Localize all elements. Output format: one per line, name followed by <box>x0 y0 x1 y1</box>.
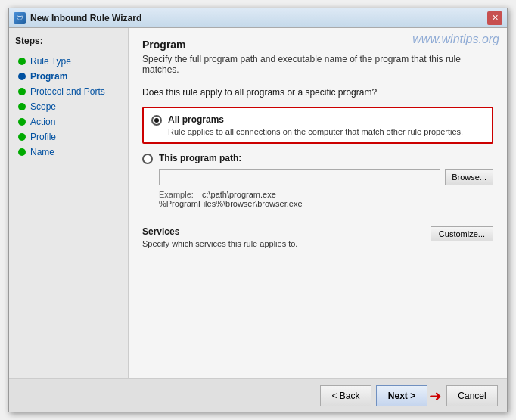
program-path-input[interactable] <box>159 169 440 185</box>
sidebar-item-program[interactable]: Program <box>15 69 122 84</box>
sidebar-label-profile: Profile <box>30 132 56 142</box>
example-label: Example: <box>159 190 194 199</box>
page-description: Specify the full program path and execut… <box>142 54 493 75</box>
customize-button[interactable]: Customize... <box>431 226 493 241</box>
sidebar-label-program: Program <box>30 71 67 82</box>
sidebar-label-name: Name <box>30 147 54 157</box>
sidebar-item-action[interactable]: Action <box>15 114 122 129</box>
all-programs-description: Rule applies to all connections on the c… <box>151 127 484 136</box>
this-program-radio[interactable] <box>142 154 153 164</box>
sidebar-label-scope: Scope <box>30 101 56 112</box>
sidebar-item-rule-type[interactable]: Rule Type <box>15 54 122 69</box>
sidebar-item-scope[interactable]: Scope <box>15 99 122 114</box>
services-text: Services Specify which services this rul… <box>142 226 297 248</box>
services-section: Services Specify which services this rul… <box>142 226 493 248</box>
all-programs-label: All programs <box>168 114 224 125</box>
step-dot-name <box>18 148 26 156</box>
main-question: Does this rule apply to all programs or … <box>142 87 493 98</box>
sidebar-label-protocol-ports: Protocol and Ports <box>30 86 105 97</box>
back-button[interactable]: < Back <box>320 385 371 406</box>
page-title: Program <box>142 39 493 51</box>
all-programs-radio[interactable] <box>151 115 162 126</box>
all-programs-content: All programs <box>168 114 224 125</box>
all-programs-option-box[interactable]: All programs Rule applies to all connect… <box>142 107 493 144</box>
content-area: Steps: Rule Type Program Protocol and Po… <box>9 28 507 378</box>
sidebar-item-name[interactable]: Name <box>15 145 122 160</box>
steps-label: Steps: <box>15 36 122 46</box>
step-dot-rule-type <box>18 58 26 65</box>
sidebar-label-action: Action <box>30 117 55 127</box>
close-button[interactable]: ✕ <box>487 11 502 25</box>
this-program-label: This program path: <box>159 153 241 163</box>
this-program-option[interactable]: This program path: <box>142 153 493 164</box>
sidebar-item-profile[interactable]: Profile <box>15 129 122 145</box>
arrow-indicator: ➜ <box>429 387 442 405</box>
example-text: Example: c:\path\program.exe%ProgramFile… <box>142 190 493 208</box>
step-dot-profile <box>18 133 26 141</box>
window-icon: 🛡 <box>14 12 26 24</box>
next-button[interactable]: Next > <box>376 385 427 406</box>
step-dot-protocol-ports <box>18 88 26 95</box>
services-title: Services <box>142 226 297 237</box>
window-title: New Inbound Rule Wizard <box>30 13 141 23</box>
wizard-window: 🛡 New Inbound Rule Wizard ✕ www.wintips.… <box>8 8 508 412</box>
sidebar: Steps: Rule Type Program Protocol and Po… <box>9 28 129 378</box>
cancel-button[interactable]: Cancel <box>446 385 498 406</box>
title-bar: 🛡 New Inbound Rule Wizard ✕ <box>9 8 507 28</box>
step-dot-program <box>18 73 26 80</box>
step-dot-scope <box>18 103 26 110</box>
browse-button[interactable]: Browse... <box>445 169 493 185</box>
all-programs-row: All programs <box>151 114 484 126</box>
main-panel: Program Specify the full program path an… <box>129 28 507 378</box>
step-dot-action <box>18 118 26 126</box>
title-bar-left: 🛡 New Inbound Rule Wizard <box>14 12 141 24</box>
footer: < Back Next > ➜ Cancel <box>9 378 507 412</box>
sidebar-label-rule-type: Rule Type <box>30 56 71 67</box>
services-description: Specify which services this rule applies… <box>142 239 297 248</box>
sidebar-item-protocol-ports[interactable]: Protocol and Ports <box>15 84 122 99</box>
program-path-row: Browse... <box>142 169 493 185</box>
